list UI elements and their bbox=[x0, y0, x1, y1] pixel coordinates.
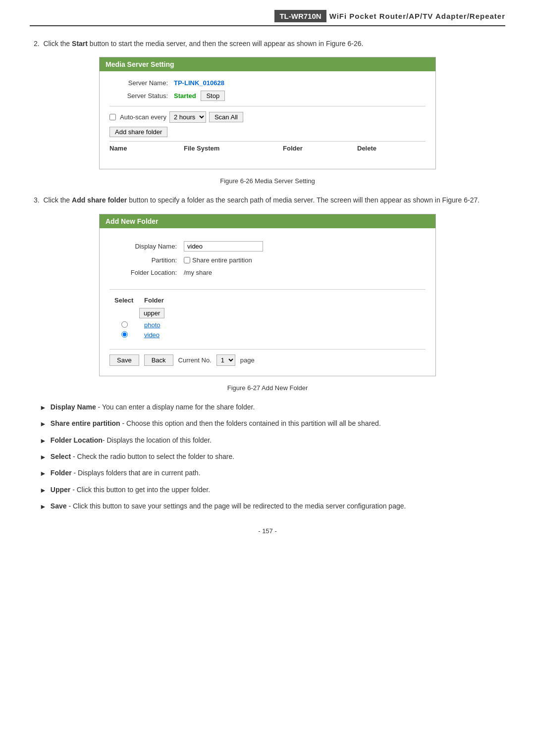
bullet-display-name: ► Display Name - You can enter a display… bbox=[30, 402, 505, 413]
bullet-folder: ► Folder - Displays folders that are in … bbox=[30, 467, 505, 479]
folder-row-video: video bbox=[109, 331, 426, 339]
bullet-arrow-3: ► bbox=[40, 435, 47, 446]
hours-select[interactable]: 2 hours bbox=[169, 111, 206, 123]
partition-row: Partition: Share entire partition bbox=[109, 256, 426, 264]
add-new-folder-panel: Add New Folder Display Name: Partition: … bbox=[99, 214, 436, 376]
current-no-text: Current No. bbox=[178, 356, 212, 364]
sf-folder-header: Folder bbox=[144, 297, 243, 304]
bullet-arrow-5: ► bbox=[40, 468, 47, 479]
bullet-save: ► Save - Click this button to save your … bbox=[30, 501, 505, 512]
video-link[interactable]: video bbox=[144, 331, 160, 339]
server-name-row: Server Name: TP-LINK_010628 bbox=[109, 79, 426, 87]
sf-header-row: Select Folder bbox=[109, 297, 426, 304]
bullet-arrow-2: ► bbox=[40, 418, 47, 429]
anf-divider-1 bbox=[109, 289, 426, 290]
display-name-input[interactable] bbox=[184, 241, 263, 252]
bullet-arrow-4: ► bbox=[40, 452, 47, 462]
upper-button[interactable]: upper bbox=[139, 308, 164, 318]
subtitle-label: WiFi Pocket Router/AP/TV Adapter/Repeate… bbox=[329, 10, 505, 22]
page-number: - 157 - bbox=[30, 527, 505, 535]
server-status-label: Server Status: bbox=[109, 92, 174, 100]
bullet-select: ► Select - Check the radio button to sel… bbox=[30, 451, 505, 462]
partition-label: Partition: bbox=[109, 256, 184, 264]
media-server-panel-body: Server Name: TP-LINK_010628 Server Statu… bbox=[100, 71, 435, 169]
video-radio[interactable] bbox=[121, 331, 128, 338]
anf-footer: Save Back Current No. 1 page bbox=[109, 349, 426, 368]
col-name: Name bbox=[109, 145, 184, 152]
table-header: Name File System Folder Delete bbox=[109, 141, 426, 152]
back-button[interactable]: Back bbox=[144, 354, 173, 366]
folder-location-label: Folder Location: bbox=[109, 269, 184, 276]
autoscan-checkbox[interactable] bbox=[109, 114, 116, 120]
col-folder: Folder bbox=[283, 145, 357, 152]
step2-text: 2. Click the Start button to start the m… bbox=[30, 38, 505, 49]
bullet-arrow-6: ► bbox=[40, 485, 47, 496]
folder-location-value: /my share bbox=[184, 269, 212, 276]
page-select[interactable]: 1 bbox=[216, 354, 235, 366]
bullet-arrow-1: ► bbox=[40, 402, 47, 413]
autoscan-row: Auto-scan every 2 hours Scan All bbox=[109, 111, 426, 123]
col-filesystem: File System bbox=[184, 145, 283, 152]
server-status-started: Started bbox=[174, 92, 196, 100]
display-name-row: Display Name: bbox=[109, 241, 426, 252]
bullet-list: ► Display Name - You can enter a display… bbox=[30, 402, 505, 512]
page-header: TL-WR710N WiFi Pocket Router/AP/TV Adapt… bbox=[30, 10, 505, 26]
page-label: page bbox=[240, 356, 255, 364]
server-name-value: TP-LINK_010628 bbox=[174, 79, 224, 87]
select-folder-section: Select Folder upper photo video bbox=[109, 293, 426, 345]
col-delete: Delete bbox=[357, 145, 397, 152]
model-label: TL-WR710N bbox=[274, 10, 326, 22]
media-server-panel: Media Server Setting Server Name: TP-LIN… bbox=[99, 57, 436, 169]
anf-top-section: Display Name: Partition: Share entire pa… bbox=[109, 236, 426, 286]
add-new-folder-header: Add New Folder bbox=[100, 214, 435, 228]
autoscan-label: Auto-scan every bbox=[120, 113, 166, 121]
step3-text: 3. Click the Add share folder button to … bbox=[30, 195, 505, 205]
add-share-folder-button[interactable]: Add share folder bbox=[109, 127, 167, 137]
upper-btn-wrapper: upper bbox=[109, 308, 426, 321]
photo-radio[interactable] bbox=[121, 321, 128, 328]
bullet-folder-location: ► Folder Location- Displays the location… bbox=[30, 435, 505, 446]
server-status-row: Server Status: Started Stop bbox=[109, 91, 426, 101]
add-share-folder-btn-wrapper: Add share folder bbox=[109, 127, 426, 141]
bullet-share-partition: ► Share entire partition - Choose this o… bbox=[30, 418, 505, 429]
media-server-panel-header: Media Server Setting bbox=[100, 57, 435, 71]
folder-location-row: Folder Location: /my share bbox=[109, 269, 426, 276]
sf-select-header: Select bbox=[114, 297, 144, 304]
scan-all-button[interactable]: Scan All bbox=[209, 112, 243, 122]
bullet-arrow-7: ► bbox=[40, 501, 47, 512]
figure1-caption: Figure 6-26 Media Server Setting bbox=[30, 177, 505, 185]
share-entire-partition-checkbox[interactable] bbox=[184, 257, 190, 263]
server-name-label: Server Name: bbox=[109, 79, 174, 87]
figure2-caption: Figure 6-27 Add New Folder bbox=[30, 384, 505, 392]
folder-row-photo: photo bbox=[109, 321, 426, 329]
add-new-folder-body: Display Name: Partition: Share entire pa… bbox=[100, 228, 435, 376]
save-button[interactable]: Save bbox=[109, 354, 139, 366]
bullet-upper: ► Upper - Click this button to get into … bbox=[30, 484, 505, 496]
photo-link[interactable]: photo bbox=[144, 321, 160, 329]
stop-button[interactable]: Stop bbox=[201, 91, 225, 101]
partition-checkbox-label: Share entire partition bbox=[192, 256, 252, 264]
divider-1 bbox=[109, 106, 426, 106]
display-name-label: Display Name: bbox=[109, 243, 184, 250]
